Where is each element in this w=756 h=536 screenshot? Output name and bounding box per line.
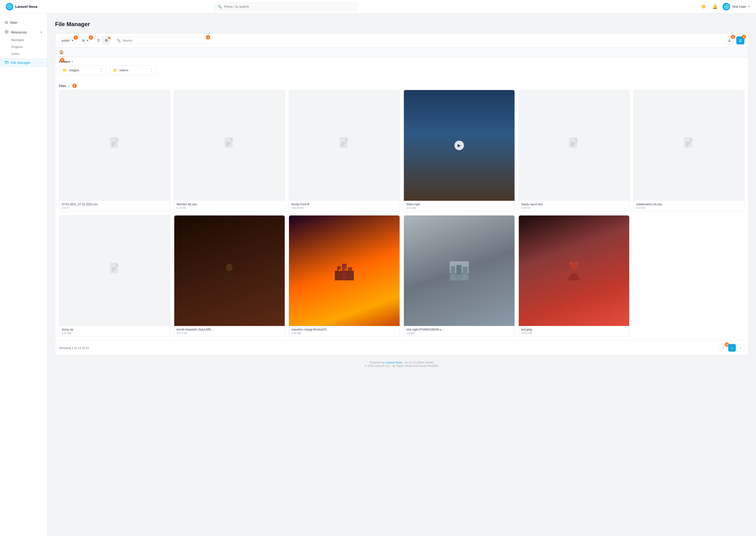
file-item-4[interactable]: Yearly report.xlsx 6.18 KB [519,90,630,212]
folder-more-icon[interactable]: ⋮ [99,68,103,73]
fm-toolbar: public ▼ 1 30 ▼ 2 ☰ ⊞ 3 🔍 4 [55,34,748,48]
sidebar-item-file-manager[interactable]: File Manager ⋯ [0,58,47,67]
play-icon: ▶ [455,141,464,150]
file-thumb-7 [174,216,285,326]
file-item-10[interactable]: test.jpeg 70.94 KB [519,215,630,337]
footer-version: · v4.12.13 (Silver Surfer) [403,361,434,364]
file-name-5: collaborators (4).xlsx [636,203,742,206]
file-item-6[interactable]: dump.zip 2.97 MB [59,215,170,337]
search-input[interactable] [215,3,357,11]
folder-item-videos[interactable]: 📁 videos ⋮ [110,65,157,75]
user-menu[interactable]: Test User ▼ [723,3,750,11]
svg-point-2 [5,30,8,31]
doc-icon-0 [109,137,120,153]
file-info-5: collaborators (4).xlsx 6.23 KB [634,201,744,211]
file-item-8[interactable]: masahiro-miyagi-WuHaZrFf... 2.96 MB [289,215,400,337]
folder-card-left-videos: 📁 videos [113,68,128,73]
folder-name-images: images [69,68,79,72]
main-layout: ⊞ Main Resources ▼ Members Projects User… [0,0,756,536]
sidebar-item-resources[interactable]: Resources ▼ [0,28,47,37]
page-prev-button[interactable]: ‹ 10 [720,344,727,352]
upload-button[interactable]: 6 [736,36,744,45]
footer: Powered by Laravel Nova · v4.12.13 (Silv… [55,355,748,373]
file-manager-icon [5,60,9,65]
footer-powered: Powered by Laravel Nova · v4.12.13 (Silv… [61,361,743,364]
fm-search-bar: 🔍 4 [113,37,208,44]
file-item-5[interactable]: collaborators (4).xlsx 6.23 KB [633,90,744,212]
file-item-9[interactable]: nick-night-RTsN8vS38XM-u... 1.8 MB [404,215,515,337]
page-1-button[interactable]: 1 [728,344,736,352]
folder-item-images[interactable]: 📁 images ⋮ [59,65,107,75]
search-bar: 🔍 [215,3,357,11]
file-size-0: 115 B [62,207,168,209]
sidebar-section-main: ⊞ Main [0,18,47,27]
folder-more-icon-videos[interactable]: ⋮ [150,68,153,73]
footer-copyright: © 2022 Laravel LLC · by Taylor Otwell an… [61,364,743,368]
doc-icon-4 [568,137,580,153]
sidebar-item-users[interactable]: Users [12,50,47,57]
top-navigation: Laravel Nova 🔍 ☀️ 🔔 Test User ▼ [0,0,756,13]
badge-8: 8 [60,58,64,62]
notifications-button[interactable]: 🔔 [711,3,719,11]
download-button[interactable]: 5 [725,36,734,45]
sidebar-item-members[interactable]: Members [12,37,47,44]
app-name: Laravel Nova [15,5,37,9]
file-thumb-8 [289,216,400,326]
file-name-7: leonid-shaydulin-ZwjUU6f9... [177,328,283,331]
file-name-1: Member list.xlsx [177,203,283,206]
file-thumb-4 [519,90,629,201]
file-item-0[interactable]: 07-01-2022_07-31-2022.csv 115 B [59,90,170,212]
folders-chevron-icon: ▼ [71,60,74,63]
badge-9: 9 [73,84,77,88]
file-info-4: Yearly report.xlsx 6.18 KB [519,201,629,211]
footer-nova-link[interactable]: Laravel Nova [385,361,402,364]
file-name-6: dump.zip [62,328,168,331]
file-thumb-10 [519,216,629,326]
badge-5: 5 [731,35,735,39]
page-next-button[interactable]: › [737,344,744,352]
doc-icon-6 [109,263,120,279]
file-item-1[interactable]: Member list.xlsx 6.18 KB [174,90,285,212]
file-info-9: nick-night-RTsN8vS38XM-u... 1.8 MB [404,326,515,336]
folders-section-header[interactable]: Folders ▼ [55,57,78,65]
sidebar-label-main: Main [10,21,17,24]
file-info-7: leonid-shaydulin-ZwjUU6f9... 341.8 KB [174,326,285,336]
fm-search-input[interactable] [122,39,205,42]
file-name-4: Yearly report.xlsx [521,203,627,206]
fm-pagination: Showing 1 to 11 of 11 ‹ 10 1 › [55,341,748,355]
svg-point-18 [345,269,346,270]
badge-4: 4 [206,35,210,39]
view-toggle: ☰ ⊞ 3 [94,37,110,44]
user-avatar [723,3,730,11]
badge-1: 1 [74,35,78,40]
logo-icon [6,3,13,11]
home-icon[interactable]: 🏠 [59,50,64,54]
sidebar: ⊞ Main Resources ▼ Members Projects User… [0,13,47,536]
sidebar-item-main[interactable]: ⊞ Main [0,18,47,27]
list-view-button[interactable]: ☰ [94,37,102,44]
files-grid: 07-01-2022_07-31-2022.csv 115 B Member l… [55,90,748,341]
per-page-selector[interactable]: 30 ▼ 2 [79,37,91,44]
user-name: Test User [732,5,746,9]
main-content: File Manager public ▼ 1 30 ▼ 2 ☰ ⊞ 3 [47,13,756,536]
grid-icon: ⊞ [5,20,8,25]
sidebar-section-filemanager: File Manager ⋯ [0,58,47,67]
file-info-2: Nunito Font.ttf 184.09 KB [289,201,400,211]
file-thumb-2 [289,90,400,201]
file-item-7[interactable]: leonid-shaydulin-ZwjUU6f9... 341.8 KB [174,215,285,337]
file-size-7: 341.8 KB [177,332,283,335]
app-logo[interactable]: Laravel Nova [6,3,44,11]
file-name-3: Video.mp4 [406,203,512,206]
svg-rect-14 [337,266,341,280]
folders-grid: 📁 images ⋮ 📁 videos ⋮ [55,65,748,79]
svg-point-17 [339,269,340,271]
file-item-3[interactable]: ▶ Video.mp4 2.33 MB [404,90,515,212]
files-section-header[interactable]: Files ▼ 9 [55,81,748,90]
page-title: File Manager [55,21,748,28]
file-size-2: 184.09 KB [291,207,397,209]
file-item-2[interactable]: Nunito Font.ttf 184.09 KB [289,90,400,212]
sidebar-item-projects[interactable]: Projects [12,44,47,50]
theme-toggle-button[interactable]: ☀️ [700,3,707,11]
disk-selector[interactable]: public ▼ 1 [59,37,76,44]
file-name-0: 07-01-2022_07-31-2022.csv [62,203,168,206]
